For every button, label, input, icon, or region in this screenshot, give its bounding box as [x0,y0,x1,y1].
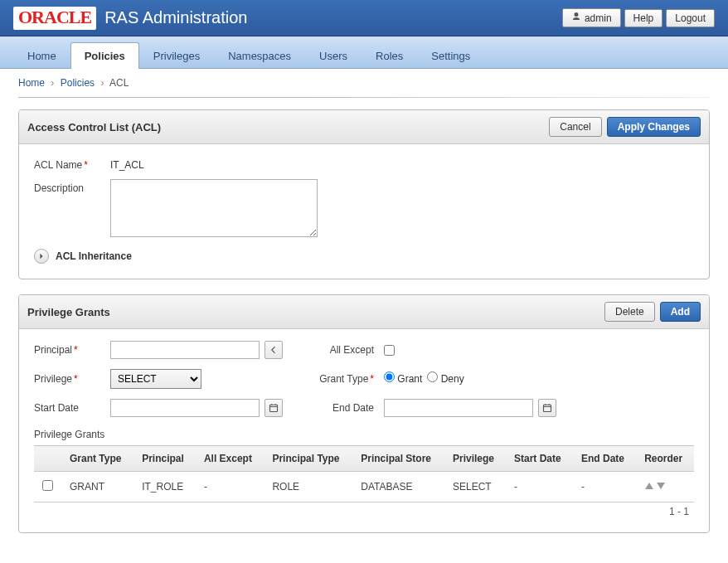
acl-name-value: IT_ACL [110,156,144,171]
reorder-down-icon[interactable] [656,482,666,490]
tab-namespaces[interactable]: Namespaces [214,42,305,69]
tab-users[interactable]: Users [305,42,362,69]
cell-principal-type: ROLE [264,472,352,502]
principal-input[interactable] [110,341,260,359]
acl-region-title: Access Control List (ACL) [27,121,161,133]
cell-grant-type: GRANT [61,472,133,502]
cell-privilege: SELECT [444,472,506,502]
brand-logo: ORACLE [13,7,96,30]
end-date-picker-button[interactable] [538,399,556,417]
start-date-input[interactable] [110,399,260,417]
divider [18,97,710,98]
breadcrumb-current: ACL [109,77,129,89]
grants-table-title: Privilege Grants [34,429,694,440]
privilege-select[interactable]: SELECT [110,369,201,389]
tab-home[interactable]: Home [13,42,70,69]
add-button[interactable]: Add [660,302,701,322]
user-label: admin [585,12,612,24]
grant-type-label: Grant Type* [284,373,384,385]
breadcrumb: Home › Policies › ACL [0,69,728,94]
cell-principal: IT_ROLE [133,472,196,502]
col-end-date: End Date [573,446,636,472]
col-grant-type: Grant Type [61,446,133,472]
tab-privileges[interactable]: Privileges [139,42,214,69]
user-icon [571,12,581,24]
col-principal-type: Principal Type [264,446,352,472]
all-except-checkbox[interactable] [384,345,395,356]
calendar-icon [542,403,552,413]
delete-button[interactable]: Delete [604,302,655,322]
acl-inheritance-toggle[interactable]: ACL Inheritance [34,249,694,264]
col-principal-store: Principal Store [352,446,444,472]
col-all-except: All Except [196,446,264,472]
end-date-label: End Date [284,402,384,414]
chevron-right-icon [34,249,49,264]
start-date-picker-button[interactable] [265,399,283,417]
all-except-label: All Except [284,344,384,356]
description-label: Description [34,179,110,194]
nav-tabs: Home Policies Privileges Namespaces User… [0,36,728,69]
apply-changes-button[interactable]: Apply Changes [607,117,701,137]
deny-radio[interactable] [427,371,438,382]
breadcrumb-home[interactable]: Home [18,77,45,89]
acl-name-label: ACL Name* [34,156,110,171]
start-date-label: Start Date [34,402,110,414]
help-button[interactable]: Help [624,9,663,27]
privilege-grants-region: Privilege Grants Delete Add Principal* A… [18,294,710,533]
col-principal: Principal [133,446,196,472]
reorder-up-icon[interactable] [644,482,654,490]
col-start-date: Start Date [506,446,573,472]
table-row: GRANT IT_ROLE - ROLE DATABASE SELECT - - [34,472,694,502]
user-menu-button[interactable]: admin [562,8,621,27]
breadcrumb-policies[interactable]: Policies [61,77,95,89]
cell-principal-store: DATABASE [352,472,444,502]
description-textarea[interactable] [110,179,318,237]
grant-type-deny-option[interactable]: Deny [427,371,463,385]
breadcrumb-sep: › [51,77,54,89]
end-date-input[interactable] [384,399,533,417]
cell-end-date: - [573,472,636,502]
tab-roles[interactable]: Roles [362,42,417,69]
logout-button[interactable]: Logout [666,9,715,27]
cancel-button[interactable]: Cancel [549,117,601,137]
tab-policies[interactable]: Policies [70,42,139,69]
grant-type-grant-option[interactable]: Grant [384,371,422,385]
grant-radio[interactable] [384,371,395,382]
principal-lookup-button[interactable] [265,341,283,359]
arrow-left-icon [269,345,279,355]
cell-all-except: - [196,472,264,502]
col-select [34,446,61,472]
grants-region-title: Privilege Grants [27,306,110,318]
breadcrumb-sep: › [100,77,104,89]
cell-start-date: - [506,472,573,502]
calendar-icon [269,403,279,413]
row-range: 1 - 1 [34,502,694,517]
col-privilege: Privilege [444,446,506,472]
row-select-checkbox[interactable] [42,480,53,491]
svg-rect-4 [544,405,551,411]
tab-settings[interactable]: Settings [417,42,484,69]
svg-rect-0 [270,405,278,411]
privilege-label: Privilege* [34,373,110,385]
acl-region: Access Control List (ACL) Cancel Apply C… [18,109,710,279]
principal-label: Principal* [34,344,110,356]
app-title: RAS Administration [104,8,247,27]
acl-inheritance-label: ACL Inheritance [56,250,132,262]
app-header: ORACLE RAS Administration admin Help Log… [0,0,728,36]
grants-table: Grant Type Principal All Except Principa… [34,445,694,502]
col-reorder: Reorder [636,446,694,472]
